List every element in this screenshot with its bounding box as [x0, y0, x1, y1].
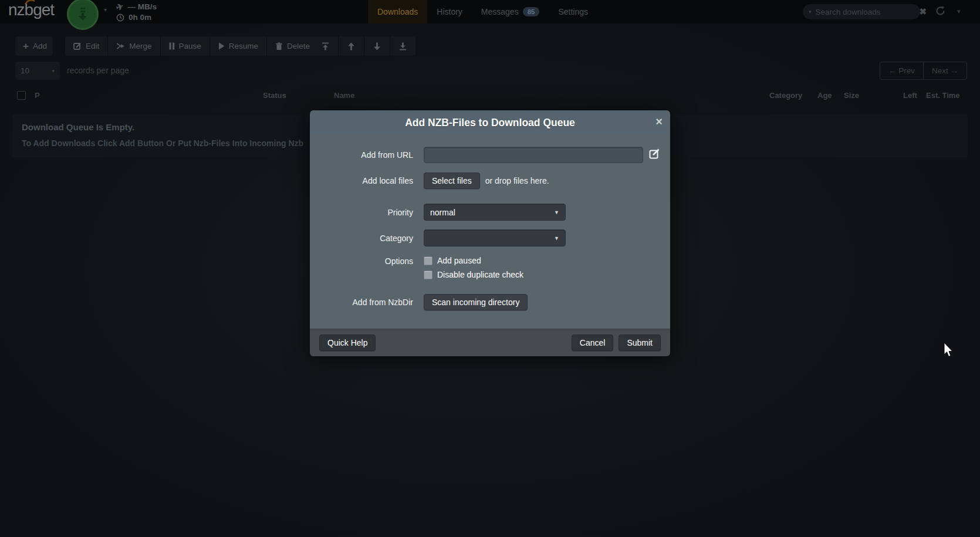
- add-paused-option[interactable]: Add paused: [424, 256, 670, 265]
- pause-icon: [169, 42, 175, 50]
- nzbdir-row: Add from NzbDir Scan incoming directory: [310, 294, 670, 310]
- cancel-button[interactable]: Cancel: [572, 335, 614, 351]
- pagination-controls: ← Prev Next →: [880, 62, 967, 80]
- arrow-to-bottom-icon: [399, 42, 407, 50]
- column-header-priority[interactable]: P: [35, 91, 40, 100]
- add-paused-checkbox[interactable]: [424, 256, 432, 265]
- merge-icon: [116, 42, 125, 50]
- nzbdir-label: Add from NzbDir: [310, 298, 413, 307]
- trash-icon: [275, 42, 283, 50]
- queue-actions-group: Edit Merge Pause Resume Delete: [65, 36, 318, 56]
- modal-footer: Quick Help Cancel Submit: [310, 329, 670, 356]
- pause-button[interactable]: Pause: [161, 36, 210, 56]
- add-nzb-modal: Add NZB-Files to Download Queue × Add fr…: [309, 110, 671, 357]
- url-field-label: Add from URL: [310, 150, 413, 160]
- logo-text: nz: [8, 1, 25, 19]
- column-header-status[interactable]: Status: [263, 91, 286, 100]
- clock-icon: [116, 13, 124, 22]
- wifi-arc-icon: [23, 0, 36, 5]
- arrow-up-icon: [347, 42, 355, 50]
- speed-value: — MB/s: [128, 2, 157, 12]
- search-box[interactable]: ▾ ✖: [803, 4, 920, 19]
- url-input[interactable]: [424, 147, 643, 163]
- options-row: Options Add paused Disable duplicate che…: [310, 256, 670, 279]
- move-buttons-group: [313, 36, 415, 56]
- delete-button[interactable]: Delete: [267, 36, 318, 56]
- chevron-down-icon: ▼: [554, 210, 559, 215]
- time-value: 0h 0m: [129, 12, 151, 23]
- refresh-icon[interactable]: [935, 5, 946, 19]
- nzbget-logo: nzbget: [8, 1, 54, 19]
- download-arrow-icon: [76, 6, 89, 22]
- tab-settings[interactable]: Settings: [549, 0, 597, 23]
- chevron-down-icon: ▼: [554, 235, 559, 241]
- top-navigation-bar: nzbget ▾ ✈— MB/s 0h 0m Downloads History…: [0, 0, 980, 23]
- search-clear-icon[interactable]: ✖: [920, 6, 927, 17]
- options-label: Options: [310, 256, 413, 266]
- column-header-size[interactable]: Size: [844, 91, 859, 100]
- tab-downloads[interactable]: Downloads: [368, 0, 427, 23]
- column-header-name[interactable]: Name: [334, 91, 354, 100]
- page-size-select[interactable]: 10 ▾: [15, 62, 60, 80]
- local-files-label: Add local files: [310, 176, 413, 185]
- select-all-checkbox[interactable]: [17, 91, 26, 100]
- disable-dupe-checkbox[interactable]: [424, 271, 432, 279]
- merge-button[interactable]: Merge: [108, 36, 160, 56]
- column-header-left[interactable]: Left: [903, 91, 917, 100]
- queue-toolbar: +Add Edit Merge Pause Resume Delete: [0, 36, 980, 56]
- refresh-interval-caret-icon[interactable]: ▾: [957, 8, 961, 15]
- play-icon: [218, 42, 225, 50]
- priority-select[interactable]: normal ▼: [424, 204, 566, 221]
- priority-label: Priority: [310, 208, 413, 217]
- arrow-to-top-icon: [322, 42, 329, 50]
- close-icon[interactable]: ×: [655, 116, 663, 127]
- next-page-button[interactable]: Next →: [924, 62, 967, 79]
- add-local-files-row: Add local files Select files or drop fil…: [310, 173, 670, 189]
- chevron-down-icon: ▾: [52, 68, 55, 74]
- mouse-cursor: [944, 343, 954, 360]
- messages-count-badge: 85: [523, 7, 540, 16]
- edit-url-icon[interactable]: [649, 148, 660, 162]
- tab-messages[interactable]: Messages85: [472, 0, 549, 23]
- submit-button[interactable]: Submit: [619, 335, 661, 351]
- column-header-category[interactable]: Category: [769, 91, 802, 100]
- move-bottom-button[interactable]: [390, 36, 415, 56]
- edit-icon: [73, 42, 82, 50]
- select-files-button[interactable]: Select files: [424, 173, 480, 189]
- status-indicators: ✈— MB/s 0h 0m: [116, 2, 157, 23]
- move-down-button[interactable]: [364, 36, 390, 56]
- prev-page-button[interactable]: ← Prev: [880, 62, 924, 79]
- nzbget-app: nzbget ▾ ✈— MB/s 0h 0m Downloads History…: [0, 0, 980, 537]
- tab-history[interactable]: History: [427, 0, 472, 23]
- disable-dupe-label: Disable duplicate check: [437, 270, 523, 279]
- column-header-est-time[interactable]: Est. Time: [926, 91, 960, 100]
- priority-row: Priority normal ▼: [310, 204, 670, 221]
- plane-icon: ✈: [114, 1, 125, 13]
- edit-button[interactable]: Edit: [65, 36, 108, 56]
- move-top-button[interactable]: [313, 36, 339, 56]
- modal-header: Add NZB-Files to Download Queue ×: [310, 110, 670, 135]
- download-queue-button[interactable]: [67, 0, 99, 30]
- move-up-button[interactable]: [339, 36, 364, 56]
- resume-button[interactable]: Resume: [210, 36, 267, 56]
- category-label: Category: [310, 234, 413, 243]
- scan-incoming-button[interactable]: Scan incoming directory: [424, 294, 528, 310]
- disable-dupe-option[interactable]: Disable duplicate check: [424, 270, 670, 279]
- add-button[interactable]: +Add: [15, 36, 53, 56]
- chevron-down-icon[interactable]: ▾: [104, 6, 107, 13]
- records-per-page-label: records per page: [67, 66, 129, 75]
- add-paused-label: Add paused: [437, 256, 481, 265]
- category-row: Category ▼: [310, 229, 670, 246]
- arrow-down-icon: [373, 42, 381, 50]
- category-select[interactable]: ▼: [424, 229, 566, 246]
- main-nav: Downloads History Messages85 Settings: [368, 0, 597, 23]
- add-from-url-row: Add from URL: [310, 147, 670, 163]
- plus-icon: +: [23, 41, 29, 51]
- modal-title: Add NZB-Files to Download Queue: [405, 117, 575, 129]
- search-scope-caret-icon[interactable]: ▾: [809, 9, 812, 15]
- search-input[interactable]: [816, 8, 920, 16]
- column-header-age[interactable]: Age: [817, 91, 832, 100]
- modal-body: Add from URL Add local files Select file…: [310, 135, 670, 329]
- drop-files-hint: or drop files here.: [485, 176, 549, 185]
- quick-help-button[interactable]: Quick Help: [319, 335, 376, 351]
